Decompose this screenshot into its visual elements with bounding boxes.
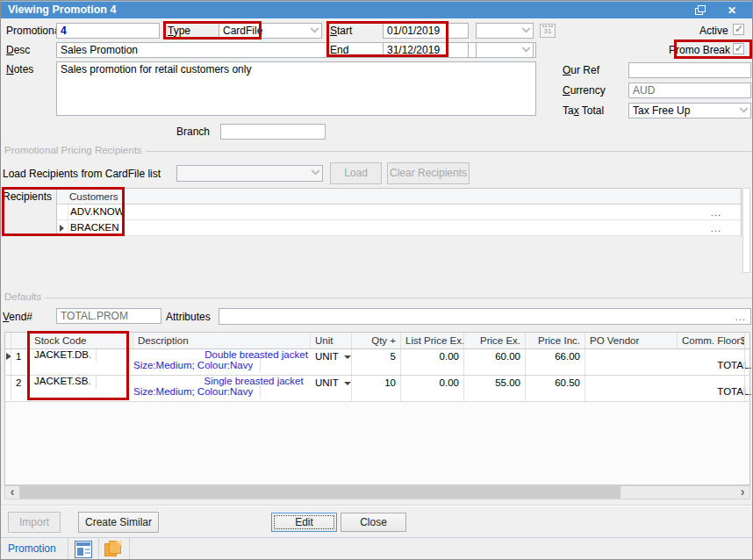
header-rownum (11, 333, 30, 348)
price-ex-cell[interactable]: 55.00 (464, 376, 526, 401)
list-price-ex-cell[interactable]: 0.00 (401, 349, 464, 375)
column-header-price-inc[interactable]: Price Inc. (526, 333, 585, 348)
vend-label: Vend# (3, 311, 32, 323)
recipients-column-header[interactable]: Customers (57, 189, 741, 205)
load-button[interactable]: Load (330, 162, 382, 184)
column-header-qty[interactable]: Qty + (352, 333, 401, 348)
column-header-unit[interactable]: Unit (311, 333, 352, 348)
horizontal-scrollbar[interactable]: ‹ › (4, 485, 750, 499)
cardfile-list-dropdown[interactable] (176, 165, 323, 182)
close-button[interactable]: Close (341, 513, 406, 532)
dropdown-arrow-icon[interactable] (344, 355, 351, 359)
separator (1, 505, 753, 506)
qty-cell[interactable]: 5 (352, 349, 401, 375)
column-header-po-vendor[interactable]: PO Vendor (585, 333, 678, 348)
dropdown-arrow-icon[interactable] (344, 382, 351, 385)
row-number-cell: 1 (11, 349, 30, 375)
notes-textarea[interactable]: Sales promotion for retail customers onl… (56, 61, 536, 116)
row-indicator-cell (57, 205, 68, 219)
promo-break-checkbox[interactable] (733, 43, 744, 54)
qty-cell[interactable]: 10 (352, 376, 401, 401)
chevron-down-icon (740, 104, 749, 112)
promotion-window: Viewing Promotion 4 ✕ Promotion# 4 Type … (0, 0, 753, 560)
chevron-down-icon (522, 24, 531, 32)
description-cell[interactable]: Double breasted jacket Size:Medium; Colo… (133, 348, 308, 372)
tax-total-label: Tax Total (563, 104, 604, 117)
ellipsis-icon[interactable]: ... (81, 376, 91, 386)
attributes-input[interactable]: ... (219, 308, 751, 325)
defaults-section-header: Defaults (4, 291, 753, 302)
currency-input[interactable]: AUD (628, 83, 751, 98)
ellipsis-icon[interactable]: ... (735, 311, 746, 323)
promotion-number-input[interactable]: 4 (56, 23, 160, 39)
ellipsis-icon[interactable]: ... (82, 349, 92, 360)
recipients-grid: Customers ADV.KNOW ... BRACKEN ... (56, 188, 742, 236)
price-ex-cell[interactable]: 60.00 (464, 349, 526, 375)
unit-cell[interactable]: UNIT (311, 376, 352, 401)
report-view-tab[interactable] (75, 541, 92, 558)
documents-tab[interactable] (104, 541, 122, 558)
chevron-down-icon (311, 24, 319, 32)
column-header-description[interactable]: Description (133, 333, 311, 348)
price-inc-cell[interactable]: 66.00 (526, 349, 585, 375)
ellipsis-icon[interactable]: ... (711, 221, 721, 236)
column-header-comm-floor[interactable]: Comm. Floor$ (678, 333, 745, 348)
grid-row-2[interactable]: 2 JACKET.SB ... Single breasted jacket S… (5, 376, 749, 402)
end-time-dropdown[interactable] (476, 42, 534, 58)
recipient-row[interactable]: BRACKEN ... (57, 220, 741, 236)
title-bar: Viewing Promotion 4 ✕ (1, 1, 753, 18)
ellipsis-icon[interactable]: ... (246, 349, 256, 360)
attributes-label: Attributes (166, 311, 211, 323)
desc-label: Desc (6, 44, 30, 56)
start-time-dropdown[interactable] (476, 23, 534, 39)
create-similar-button[interactable]: Create Similar (78, 512, 159, 533)
bottom-tab-bar: Promotion (1, 537, 753, 560)
branch-label: Branch (176, 126, 210, 138)
calendar-icon[interactable]: 31 (540, 24, 556, 38)
price-inc-cell[interactable]: 60.50 (526, 376, 585, 401)
type-label: Type (168, 25, 190, 37)
scrollbar-thumb[interactable] (19, 486, 620, 499)
restore-window-button[interactable] (689, 3, 712, 18)
stock-code-cell[interactable]: JACKET.SB ... (30, 374, 97, 388)
clear-recipients-button[interactable]: Clear Recipients (387, 162, 470, 184)
branch-input[interactable] (220, 124, 326, 140)
active-checkbox[interactable] (733, 24, 744, 35)
window-title: Viewing Promotion 4 (8, 4, 116, 16)
close-window-button[interactable]: ✕ (721, 3, 743, 18)
end-label: End (330, 44, 348, 56)
recipients-scrollbar[interactable] (742, 188, 750, 273)
stock-code-cell[interactable]: JACKET.DB ... (30, 348, 97, 362)
grid-row-1[interactable]: 1 JACKET.DB ... Double breasted jacket S… (5, 349, 749, 376)
edit-button[interactable]: Edit (271, 513, 337, 532)
chevron-down-icon (312, 167, 320, 176)
column-header-stock-code[interactable]: Stock Code (30, 333, 133, 348)
our-ref-input[interactable] (628, 62, 751, 78)
tab-promotion[interactable]: Promotion (8, 542, 56, 555)
tab-separator (129, 538, 130, 560)
recipient-row[interactable]: ADV.KNOW ... (57, 205, 741, 220)
ellipsis-icon[interactable]: ... (711, 205, 721, 220)
tax-total-dropdown[interactable]: Tax Free Up (628, 103, 751, 118)
comm-floor-cell[interactable] (678, 376, 745, 401)
section-rule (45, 298, 753, 298)
comm-floor-cell[interactable] (678, 349, 745, 375)
type-dropdown[interactable]: CardFile (219, 23, 322, 39)
import-button[interactable]: Import (8, 512, 61, 533)
scroll-right-icon[interactable]: › (735, 486, 749, 499)
row-filler (745, 349, 753, 375)
unit-cell[interactable]: UNIT (311, 349, 352, 375)
column-header-price-ex[interactable]: Price Ex. (464, 333, 526, 348)
column-header-list-price-ex[interactable]: List Price Ex. (401, 333, 464, 348)
ellipsis-icon[interactable]: ... (246, 376, 256, 386)
vend-input[interactable]: TOTAL.PROM (56, 308, 161, 324)
notes-label: Notes (6, 63, 33, 75)
start-date-input[interactable]: 01/01/2019 (383, 23, 469, 39)
end-date-input[interactable]: 31/12/2019 (383, 42, 469, 58)
header-indicator (5, 333, 11, 348)
start-label: Start (330, 25, 352, 37)
description-cell[interactable]: Single breasted jacket Size:Medium; Colo… (133, 374, 304, 398)
scroll-left-icon[interactable]: ‹ (5, 486, 19, 499)
list-price-ex-cell[interactable]: 0.00 (401, 376, 464, 401)
report-icon-line (85, 549, 90, 550)
